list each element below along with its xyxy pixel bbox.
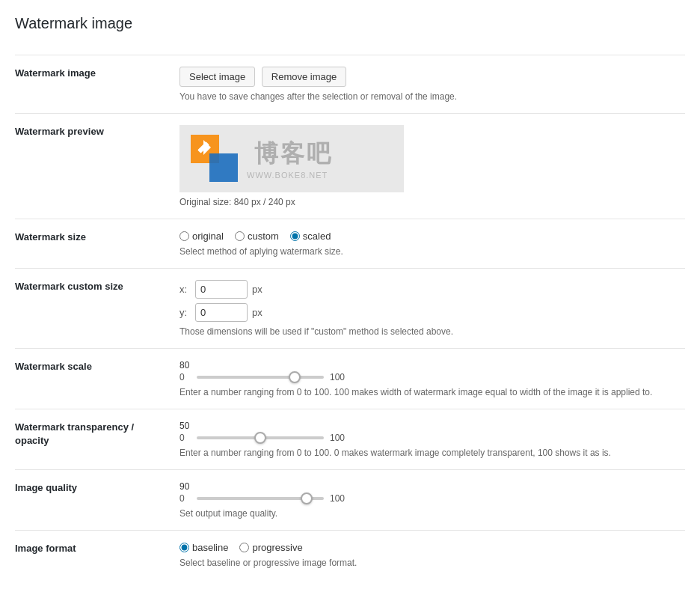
content-scale: 80 0 100 Enter a number ranging from 0 t… <box>172 349 685 409</box>
quality-help-text: Set output image quality. <box>179 508 685 519</box>
quality-min: 0 <box>179 493 191 504</box>
custom-size-help-text: Those dimensions will be used if "custom… <box>179 326 685 337</box>
row-quality: Image quality 90 0 100 Set output image … <box>15 470 685 531</box>
transparency-slider-row: 0 100 <box>179 433 345 443</box>
row-scale: Watermark scale 80 0 100 Enter a number … <box>15 349 685 409</box>
row-watermark-preview: Watermark preview <box>15 114 685 219</box>
page-title: Watermark image <box>15 15 685 40</box>
row-custom-size: Watermark custom size x: px y: px Those … <box>15 269 685 349</box>
row-format: Image format baseline progressive Select… <box>15 531 685 580</box>
x-label: x: <box>179 284 191 295</box>
label-format: Image format <box>15 531 172 580</box>
preview-logo <box>187 131 243 187</box>
original-size-text: Original size: 840 px / 240 px <box>179 197 685 207</box>
transparency-help-text: Enter a number ranging from 0 to 100. 0 … <box>179 448 685 458</box>
radio-original[interactable] <box>179 231 189 241</box>
label-custom-size: Watermark custom size <box>15 269 172 349</box>
scale-value-label: 80 <box>179 360 189 370</box>
content-format: baseline progressive Select baseline or … <box>172 531 685 580</box>
label-transparency: Watermark transparency / opacity <box>15 409 172 470</box>
format-help-text: Select baseline or progressive image for… <box>179 558 685 568</box>
transparency-min: 0 <box>179 433 191 443</box>
y-px-label: px <box>252 307 262 318</box>
radio-custom-label: custom <box>248 231 279 242</box>
content-watermark-size: original custom scaled Select method of … <box>172 219 685 269</box>
button-group: Select image Remove image <box>179 67 685 87</box>
x-input[interactable] <box>195 280 248 299</box>
row-transparency: Watermark transparency / opacity 50 0 10… <box>15 409 685 470</box>
radio-option-original[interactable]: original <box>179 231 224 242</box>
size-radio-group: original custom scaled <box>179 231 685 242</box>
quality-value-label: 90 <box>179 481 189 492</box>
radio-scaled[interactable] <box>290 231 300 241</box>
radio-scaled-label: scaled <box>303 231 331 242</box>
radio-custom[interactable] <box>235 231 245 241</box>
preview-watermark-overlay: 博客吧 WWW.BOKE8.NET <box>247 138 333 180</box>
y-label: y: <box>179 307 191 318</box>
content-transparency: 50 0 100 Enter a number ranging from 0 t… <box>172 409 685 470</box>
label-quality: Image quality <box>15 470 172 531</box>
content-watermark-image: Select image Remove image You have to sa… <box>172 55 685 114</box>
x-input-row: x: px <box>179 280 685 299</box>
scale-slider-wrapper: 80 0 100 <box>179 360 685 382</box>
quality-slider-wrapper: 90 0 100 <box>179 481 685 504</box>
radio-option-custom[interactable]: custom <box>235 231 279 242</box>
scale-slider[interactable] <box>197 376 324 379</box>
image-help-text: You have to save changes after the selec… <box>179 91 685 102</box>
scale-help-text: Enter a number ranging from 0 to 100. 10… <box>179 387 685 397</box>
transparency-value-label: 50 <box>179 421 189 431</box>
quality-max: 100 <box>330 493 345 504</box>
x-px-label: px <box>252 284 262 295</box>
scale-max: 100 <box>330 372 345 382</box>
preview-url: WWW.BOKE8.NET <box>247 171 328 180</box>
select-image-button[interactable]: Select image <box>179 67 255 87</box>
radio-option-progressive[interactable]: progressive <box>239 542 302 553</box>
svg-rect-1 <box>209 153 238 182</box>
radio-baseline-label: baseline <box>192 542 228 553</box>
transparency-slider[interactable] <box>197 436 324 439</box>
label-watermark-size: Watermark size <box>15 219 172 269</box>
remove-image-button[interactable]: Remove image <box>262 67 346 87</box>
label-watermark-image: Watermark image <box>15 55 172 114</box>
radio-option-scaled[interactable]: scaled <box>290 231 331 242</box>
radio-original-label: original <box>192 231 224 242</box>
content-quality: 90 0 100 Set output image quality. <box>172 470 685 531</box>
y-input[interactable] <box>195 303 248 322</box>
radio-baseline[interactable] <box>179 543 189 552</box>
scale-min: 0 <box>179 372 191 382</box>
size-help-text: Select method of aplying watermark size. <box>179 246 685 257</box>
radio-progressive-label: progressive <box>252 542 302 553</box>
label-scale: Watermark scale <box>15 349 172 409</box>
page-container: Watermark image Watermark image Select i… <box>0 0 700 610</box>
content-custom-size: x: px y: px Those dimensions will be use… <box>172 269 685 349</box>
radio-progressive[interactable] <box>239 543 249 552</box>
row-watermark-size: Watermark size original custom <box>15 219 685 269</box>
label-watermark-preview: Watermark preview <box>15 114 172 219</box>
quality-slider[interactable] <box>197 497 324 500</box>
row-watermark-image: Watermark image Select image Remove imag… <box>15 55 685 114</box>
content-watermark-preview: 博客吧 WWW.BOKE8.NET Original size: 840 px … <box>172 114 685 219</box>
preview-watermark-text: 博客吧 <box>254 138 333 171</box>
settings-table: Watermark image Select image Remove imag… <box>15 55 685 579</box>
y-input-row: y: px <box>179 303 685 322</box>
transparency-slider-wrapper: 50 0 100 <box>179 421 685 443</box>
quality-slider-row: 0 100 <box>179 493 345 504</box>
scale-slider-row: 0 100 <box>179 372 345 382</box>
transparency-max: 100 <box>330 433 345 443</box>
preview-box: 博客吧 WWW.BOKE8.NET <box>179 125 404 192</box>
radio-option-baseline[interactable]: baseline <box>179 542 228 553</box>
format-radio-group: baseline progressive <box>179 542 685 553</box>
